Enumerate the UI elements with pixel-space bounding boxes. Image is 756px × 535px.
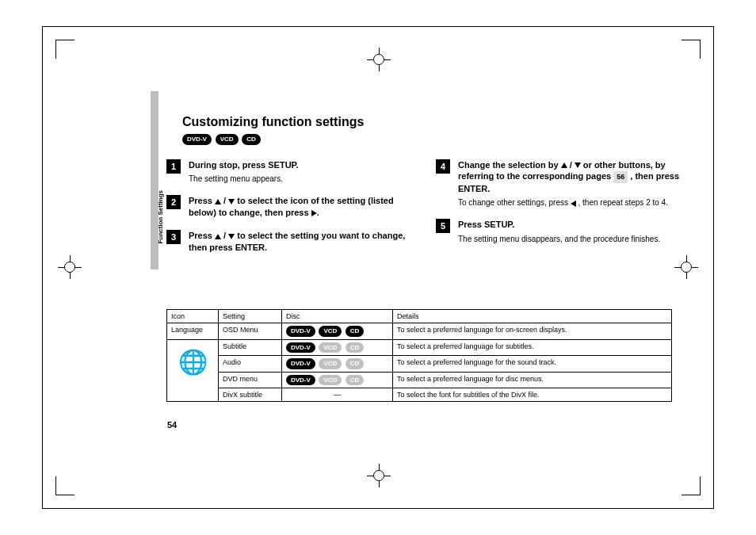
- th-icon: Icon: [167, 310, 219, 323]
- th-disc: Disc: [282, 310, 393, 323]
- step-title: Press / to select the setting you want t…: [189, 230, 412, 254]
- table-header-row: Icon Setting Disc Details: [167, 310, 672, 323]
- disc-cell: DVD-V VCD CD: [282, 339, 393, 356]
- manual-page: Function Settings Customizing function s…: [0, 0, 756, 535]
- crop-mark: [55, 40, 74, 59]
- left-icon: [571, 201, 576, 207]
- badge-dvdv: DVD-V: [182, 134, 212, 145]
- step-title: Change the selection by / or other butto…: [458, 159, 682, 195]
- right-icon: [311, 210, 317, 216]
- settings-table: Icon Setting Disc Details Language OSD M…: [166, 309, 672, 402]
- table-row: Language OSD Menu DVD-V VCD CD To select…: [167, 323, 672, 340]
- badge-vcd: VCD: [216, 134, 239, 145]
- page-title: Customizing function settings: [182, 115, 682, 129]
- badge-dvdv: DVD-V: [286, 342, 315, 353]
- badge-vcd: VCD: [319, 326, 342, 337]
- disc-badge-row: DVD-V VCD CD: [182, 134, 682, 145]
- th-setting: Setting: [219, 310, 282, 323]
- down-icon: [575, 162, 581, 168]
- registration-mark: [58, 255, 82, 279]
- badge-dvdv: DVD-V: [286, 358, 315, 369]
- page-frame: [42, 26, 714, 509]
- category-cell: Language: [167, 323, 219, 340]
- disc-cell: DVD-V VCD CD: [282, 356, 393, 373]
- disc-cell: DVD-V VCD CD: [282, 323, 393, 340]
- step-subtext: The setting menu appears.: [189, 174, 412, 184]
- up-icon: [215, 234, 221, 239]
- page-ref: 56: [613, 171, 628, 182]
- steps-columns: 1 During stop, press SETUP. The setting …: [166, 159, 682, 265]
- down-icon: [228, 199, 235, 204]
- badge-dvdv: DVD-V: [286, 326, 315, 337]
- setting-cell: Audio: [219, 356, 282, 373]
- step-number: 2: [166, 195, 181, 209]
- page-number: 54: [167, 420, 177, 430]
- icon-cell: 🌐: [167, 339, 219, 402]
- globe-icon: 🌐: [178, 349, 208, 375]
- step-number: 3: [166, 230, 181, 244]
- section-tab-label: Function Settings: [157, 190, 164, 244]
- table-row: 🌐 Subtitle DVD-V VCD CD To select a pref…: [167, 339, 672, 356]
- th-details: Details: [393, 310, 672, 323]
- step-number: 5: [436, 219, 450, 233]
- badge-vcd: VCD: [319, 358, 342, 369]
- disc-cell: —: [282, 388, 393, 402]
- content-area: Customizing function settings DVD-V VCD …: [166, 115, 682, 265]
- disc-cell: DVD-V VCD CD: [282, 372, 393, 388]
- settings-table-wrap: Icon Setting Disc Details Language OSD M…: [166, 309, 672, 402]
- badge-cd: CD: [346, 358, 365, 369]
- crop-mark: [55, 476, 74, 495]
- step-subtext: The setting menu disappears, and the pro…: [458, 234, 682, 244]
- up-icon: [561, 162, 567, 168]
- setting-cell: DivX subtitle: [219, 388, 282, 402]
- step-subtext: To change other settings, press , then r…: [458, 197, 682, 208]
- details-cell: To select a preferred language for subti…: [393, 339, 672, 356]
- step-2: 2 Press / to select the icon of the sett…: [166, 195, 412, 219]
- up-icon: [215, 199, 221, 204]
- badge-vcd: VCD: [319, 342, 342, 353]
- details-cell: To select the font for subtitles of the …: [393, 388, 672, 402]
- registration-mark: [367, 48, 391, 71]
- registration-mark: [367, 464, 391, 487]
- details-cell: To select a preferred language for on-sc…: [393, 323, 672, 340]
- down-icon: [228, 234, 235, 239]
- step-number: 4: [436, 159, 450, 174]
- step-title: During stop, press SETUP.: [189, 159, 412, 171]
- table-row: Audio DVD-V VCD CD To select a preferred…: [167, 356, 672, 373]
- details-cell: To select a preferred language for disc …: [393, 372, 672, 388]
- step-number: 1: [166, 159, 181, 174]
- badge-vcd: VCD: [319, 375, 342, 386]
- step-3: 3 Press / to select the setting you want…: [166, 230, 412, 254]
- step-title: Press / to select the icon of the settin…: [189, 195, 412, 219]
- table-row: DVD menu DVD-V VCD CD To select a prefer…: [167, 372, 672, 388]
- badge-cd: CD: [346, 326, 365, 337]
- step-title: Press SETUP.: [458, 219, 682, 231]
- crop-mark: [682, 476, 701, 495]
- badge-cd: CD: [242, 134, 261, 145]
- badge-dvdv: DVD-V: [286, 375, 315, 386]
- badge-cd: CD: [346, 375, 365, 386]
- step-5: 5 Press SETUP. The setting menu disappea…: [436, 219, 682, 244]
- steps-col-right: 4 Change the selection by / or other but…: [436, 159, 682, 265]
- step-4: 4 Change the selection by / or other but…: [436, 159, 682, 208]
- table-row: DivX subtitle — To select the font for s…: [167, 388, 672, 402]
- setting-cell: OSD Menu: [219, 323, 282, 340]
- step-1: 1 During stop, press SETUP. The setting …: [166, 159, 412, 185]
- crop-mark: [682, 40, 701, 59]
- setting-cell: DVD menu: [219, 372, 282, 388]
- setting-cell: Subtitle: [219, 339, 282, 356]
- badge-cd: CD: [346, 342, 365, 353]
- details-cell: To select a preferred language for the s…: [393, 356, 672, 373]
- steps-col-left: 1 During stop, press SETUP. The setting …: [166, 159, 412, 265]
